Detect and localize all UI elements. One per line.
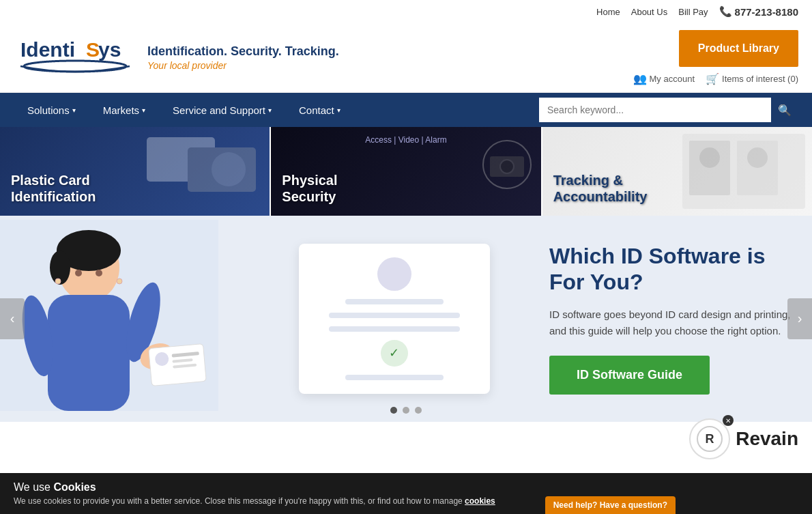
hero-section: ✓ Which ID Software is For You? ID softw… — [0, 216, 812, 422]
carousel-dot-2[interactable] — [403, 407, 409, 414]
svg-rect-23 — [149, 344, 206, 386]
search-bar: 🔍 — [539, 98, 798, 122]
chevron-down-icon: ▾ — [268, 106, 272, 114]
svg-point-13 — [699, 147, 720, 168]
mockup-avatar — [377, 257, 411, 291]
hero-content: Which ID Software is For You? ID softwar… — [529, 216, 812, 422]
chevron-down-icon: ▾ — [337, 106, 340, 114]
carousel-next-button[interactable]: › — [787, 298, 812, 339]
banner-security-label: Physical Security — [282, 172, 337, 205]
banner-security-sublabel: Access | Video | Alarm — [365, 135, 446, 145]
items-of-interest-item[interactable]: 🛒 Items of interest (0) — [706, 72, 798, 85]
nav-markets[interactable]: Markets ▾ — [89, 93, 159, 127]
nav-service-support[interactable]: Service and Support ▾ — [159, 93, 285, 127]
product-library-button[interactable]: Product Library — [679, 30, 798, 67]
banners-section: Plastic Card Identification Access | Vid… — [0, 127, 812, 216]
mockup-line-4 — [345, 375, 444, 380]
hero-description: ID software goes beyond ID card design a… — [549, 306, 792, 339]
hero-mockup: ✓ — [299, 244, 490, 394]
my-account-item[interactable]: 👥 My account — [633, 72, 695, 85]
mockup-checkmark: ✓ — [381, 340, 408, 367]
nav-contact[interactable]: Contact ▾ — [285, 93, 354, 127]
search-button[interactable]: 🔍 — [771, 98, 798, 122]
header-right: Product Library 👥 My account 🛒 Items of … — [633, 30, 798, 85]
hero-mockup-area: ✓ — [259, 230, 529, 408]
banner-tracking[interactable]: Tracking & Accountability — [542, 127, 812, 216]
svg-text:ys: ys — [98, 38, 121, 61]
tagline-sub: Your local provider — [147, 60, 339, 71]
id-software-guide-button[interactable]: ID Software Guide — [549, 356, 710, 395]
mockup-line-3 — [329, 326, 460, 332]
svg-point-14 — [747, 147, 768, 168]
mockup-line-1 — [345, 299, 444, 304]
home-link[interactable]: Home — [596, 7, 620, 17]
account-icon: 👥 — [633, 72, 647, 85]
nav-items: Solutions ▾ Markets ▾ Service and Suppor… — [14, 93, 539, 127]
svg-point-31 — [117, 279, 122, 284]
svg-rect-19 — [48, 295, 130, 411]
tagline-main: Identification. Security. Tracking. — [147, 44, 339, 59]
carousel-dot-3[interactable] — [415, 407, 422, 414]
top-bar: Home About Us Bill Pay 📞 877-213-8180 — [0, 0, 812, 23]
banner-plastic-label: Plastic Card Identification — [11, 172, 96, 205]
carousel-dot-1[interactable] — [390, 407, 397, 414]
banner-plastic-card[interactable]: Plastic Card Identification — [0, 127, 271, 216]
logo-area: Identi S ys Identification. Security. Tr… — [14, 31, 339, 85]
svg-point-29 — [96, 270, 102, 276]
carousel-prev-button[interactable]: ‹ — [0, 298, 25, 339]
banner-physical-security[interactable]: Access | Video | Alarm Physical Security — [271, 127, 542, 216]
tagline-area: Identification. Security. Tracking. Your… — [147, 44, 339, 71]
svg-point-30 — [55, 279, 61, 284]
nav-bar: Solutions ▾ Markets ▾ Service and Suppor… — [0, 93, 812, 127]
svg-text:S: S — [86, 38, 100, 61]
mockup-line-2 — [329, 313, 460, 318]
logo-image[interactable]: Identi S ys — [14, 31, 136, 85]
carousel-dots — [390, 407, 422, 414]
search-icon: 🔍 — [778, 104, 792, 117]
header: Identi S ys Identification. Security. Tr… — [0, 23, 812, 93]
search-input[interactable] — [539, 98, 771, 122]
revain-widget: R ✕ Revain — [689, 418, 798, 422]
bill-pay-link[interactable]: Bill Pay — [678, 7, 708, 17]
hero-illustration — [0, 220, 259, 418]
svg-point-28 — [75, 270, 82, 276]
chevron-down-icon: ▾ — [72, 106, 76, 114]
cart-icon: 🛒 — [706, 72, 719, 85]
hero-title: Which ID Software is For You? — [549, 243, 792, 296]
svg-point-9 — [500, 160, 514, 173]
chevron-down-icon: ▾ — [142, 106, 145, 114]
about-us-link[interactable]: About Us — [631, 7, 667, 17]
phone-icon: 📞 — [719, 5, 732, 18]
nav-solutions[interactable]: Solutions ▾ — [14, 93, 89, 127]
banner-tracking-label: Tracking & Accountability — [553, 172, 648, 205]
svg-point-6 — [212, 152, 246, 186]
phone-number: 📞 877-213-8180 — [719, 5, 798, 18]
account-bar: 👥 My account 🛒 Items of interest (0) — [633, 72, 798, 85]
svg-text:Identi: Identi — [20, 38, 75, 61]
